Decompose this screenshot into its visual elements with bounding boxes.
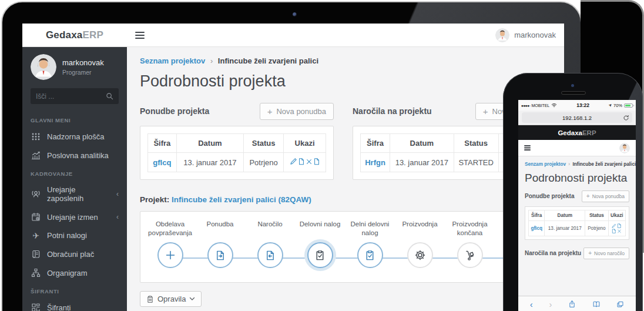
offers-section: Ponudbe projekta +Nova ponudba Šifra Dat… — [140, 102, 334, 180]
share-icon[interactable] — [568, 300, 576, 308]
logo-primary: Gedaxa — [46, 29, 83, 41]
scroll-icon — [31, 249, 41, 259]
timeline-step-delni-delovni-nalog: Delni delovni nalog — [345, 220, 395, 268]
app-logo: GedaxaERP — [22, 24, 127, 46]
bookmarks-icon[interactable] — [592, 300, 601, 308]
column-header: Datum — [176, 134, 243, 153]
search-icon[interactable] — [106, 92, 113, 100]
stage: GedaxaERP markonovak markonovak Progra — [0, 0, 644, 311]
sidebar-item-urejanje-izmen[interactable]: Urejanje izmen ‹ — [22, 208, 127, 226]
column-header: Datum — [390, 134, 454, 153]
sidebar-item-label: Urejanje zaposlenih — [47, 185, 110, 203]
offer-date: 13. januar 2017 — [176, 153, 243, 172]
timeline-step-proizvodnja-koncana: Proizvodnja končana — [445, 220, 495, 268]
sidebar-item-label: Potni nalogi — [47, 231, 87, 240]
sidebar-item-label: Urejanje izmen — [47, 213, 98, 222]
new-order-button[interactable]: +Novo naročilo — [583, 248, 629, 259]
new-offer-button[interactable]: +Nova ponudba — [260, 103, 334, 120]
plus-icon: + — [588, 250, 592, 256]
document-icon[interactable] — [313, 158, 320, 165]
orders-section-header: Naročila na projektu +Novo naročilo — [525, 248, 629, 259]
offers-title: Ponudbe projekta — [525, 193, 574, 199]
file-export-icon[interactable] — [207, 242, 233, 268]
phone-content: Senzam projektov › Infincube želi zvarje… — [518, 156, 636, 296]
plus-icon[interactable] — [157, 242, 183, 268]
delete-icon[interactable] — [306, 158, 313, 165]
file-import-icon[interactable] — [257, 242, 283, 268]
url-field[interactable]: 192.168.1.2 — [522, 112, 632, 123]
breadcrumb-link[interactable]: Senzam projektov — [525, 162, 566, 167]
offer-code-link[interactable]: gfIcq — [153, 158, 171, 167]
logo-secondary: ERP — [83, 29, 104, 41]
tablet-camera — [293, 12, 297, 16]
offer-code-link[interactable]: gfIcq — [531, 226, 542, 231]
edit-icon[interactable] — [290, 158, 297, 165]
users-icon — [31, 189, 41, 199]
back-icon[interactable]: ‹ — [530, 300, 533, 309]
phone-screen: ●●●●◦ MOBITEL 13:22 ➤ 70% 192.168.1.2 Ge… — [518, 100, 636, 311]
grid-dots-icon — [31, 132, 41, 141]
topbar-user[interactable]: markonovak — [495, 28, 556, 42]
battery-icon — [624, 103, 633, 108]
search-input[interactable]: Išči ... — [36, 92, 106, 101]
clipboard-check-icon[interactable] — [357, 242, 383, 268]
breadcrumb-link[interactable]: Seznam projektov — [140, 56, 205, 65]
logo-primary: Gedaxa — [558, 129, 582, 136]
hamburger-icon[interactable] — [135, 32, 145, 33]
breadcrumb-current: Infincube želi zvarjeni palici — [572, 162, 636, 167]
timeline-step-obdelava: Obdelava povpraševanja — [145, 220, 195, 268]
tasks-dropdown-button[interactable]: Opravila — [140, 291, 202, 307]
timeline-step-narocilo: Naročilo — [245, 220, 295, 268]
copy-doc-icon[interactable] — [298, 158, 305, 165]
user-avatar — [495, 28, 509, 42]
forward-icon[interactable]: › — [549, 300, 552, 309]
project-link[interactable]: Infincube želi zvarjeni palici (82QAW) — [172, 195, 311, 204]
hamburger-icon[interactable] — [524, 145, 531, 146]
order-code-link[interactable]: Hrfgn — [365, 158, 385, 167]
offers-card: Šifra Datum Status Ukazi gfIcq 13. janua… — [525, 206, 629, 240]
tablet-screen: GedaxaERP markonovak markonovak Progra — [22, 24, 564, 311]
phone-toolbar — [518, 140, 636, 156]
user-avatar[interactable] — [619, 143, 630, 153]
hand-truck-icon[interactable] — [457, 242, 483, 268]
document-icon[interactable] — [612, 229, 616, 233]
tabs-icon[interactable] — [616, 300, 624, 308]
safari-bottom-bar: ‹ › — [518, 296, 636, 311]
sidebar-item-nadzorna-plosca[interactable]: Nadzorna plošča — [22, 127, 127, 146]
delete-icon[interactable] — [617, 229, 622, 233]
offer-status: Potrjeno — [244, 153, 284, 172]
offers-section-header: Ponudbe projekta +Nova ponudba — [525, 190, 629, 202]
page-title: Podrobnosti projekta — [525, 171, 629, 185]
browser-url-bar: 192.168.1.2 — [518, 111, 636, 125]
column-header: Šifra — [148, 134, 177, 153]
calendar-icon — [31, 212, 41, 222]
gear-icon[interactable] — [407, 242, 433, 268]
chevron-left-icon: ‹ — [116, 190, 119, 198]
tasks-toolbar: Opravila — [140, 291, 550, 307]
new-offer-button[interactable]: +Nova ponudba — [582, 190, 629, 202]
phone-camera — [571, 84, 574, 87]
breadcrumb-separator: › — [568, 162, 570, 167]
sidebar-item-poslovna-analitika[interactable]: Poslovna analitika — [22, 146, 127, 165]
orders-title: Naročila na projektu — [525, 250, 581, 256]
sidebar-item-potni-nalogi[interactable]: ✈ Potni nalogi — [22, 226, 127, 245]
column-header: Status — [454, 134, 498, 153]
offers-title: Ponudbe projekta — [140, 106, 209, 116]
sidebar: markonovak Programer Išči ... GLAVNI MEN… — [22, 47, 127, 311]
sidebar-search[interactable]: Išči ... — [31, 88, 119, 104]
sidebar-item-sifranti[interactable]: Šifranti — [22, 298, 127, 311]
sidebar-item-obracuni-plac[interactable]: Obračuni plač — [22, 245, 127, 263]
column-header: Ukazi — [284, 134, 326, 153]
wifi-icon — [551, 103, 557, 108]
sidebar-user-panel[interactable]: markonovak Programer — [22, 47, 127, 86]
breadcrumb-current: Infincube želi zvarjeni palici — [218, 56, 318, 65]
orgchart-icon — [31, 268, 41, 277]
timeline-step-proizvodnja: Proizvodnja — [395, 220, 445, 268]
sidebar-item-organigram[interactable]: Organigram — [22, 263, 127, 282]
refresh-icon[interactable] — [623, 115, 629, 121]
edit-icon[interactable] — [612, 223, 616, 228]
copy-doc-icon[interactable] — [617, 223, 622, 228]
offers-card: Šifra Datum Status Ukazi gfIcq 13. janua… — [140, 126, 334, 180]
sidebar-item-urejanje-zaposlenih[interactable]: Urejanje zaposlenih ‹ — [22, 180, 127, 208]
clipboard-check-icon[interactable] — [307, 242, 333, 268]
